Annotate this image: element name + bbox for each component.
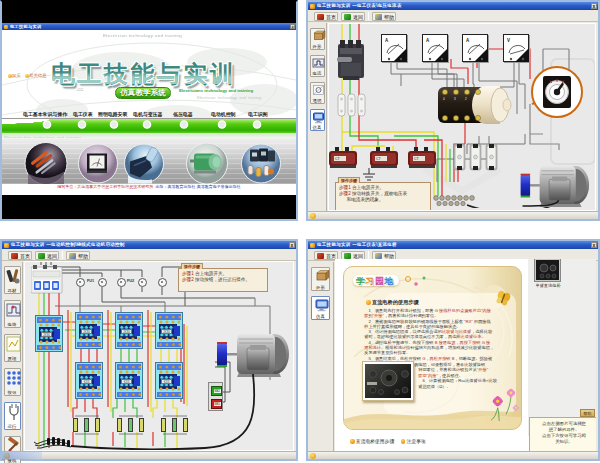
svg-text:A: A — [426, 38, 430, 43]
svg-text:A: A — [385, 38, 389, 43]
svg-text:V: V — [507, 38, 510, 43]
svg-text:A: A — [466, 38, 470, 43]
